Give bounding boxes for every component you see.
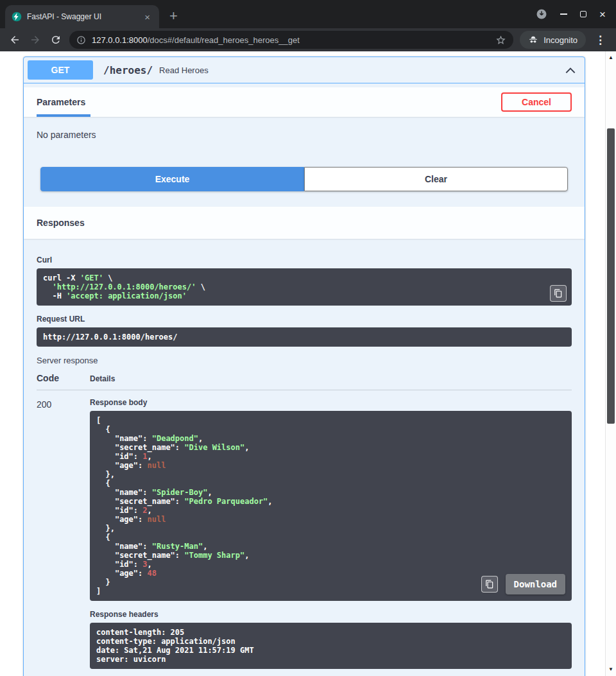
copy-curl-button[interactable] [550, 285, 567, 302]
cancel-button[interactable]: Cancel [501, 92, 572, 112]
method-badge: GET [28, 60, 93, 80]
forward-button[interactable] [28, 33, 42, 47]
response-body-actions: Download [481, 574, 565, 594]
tab-title: FastAPI - Swagger UI [27, 12, 137, 21]
parameters-header: Parameters Cancel [24, 87, 585, 117]
page-scrollbar[interactable]: ▲ ▼ [605, 51, 616, 676]
request-url-block: http://127.0.0.1:8000/heroes/ [37, 327, 572, 347]
response-headers-label: Response headers [90, 610, 572, 619]
execute-row: Execute Clear [24, 159, 585, 207]
browser-update-icon[interactable] [536, 8, 547, 20]
response-body-block: [ { "name": "Deadpond", "secret_name": "… [90, 411, 572, 601]
download-button[interactable]: Download [506, 574, 565, 594]
fastapi-favicon-icon [12, 12, 22, 22]
response-details: Response body [ { "name": "Deadpond", "s… [90, 398, 572, 669]
browser-tab[interactable]: FastAPI - Swagger UI × [5, 5, 159, 28]
code-column-header: Code [37, 373, 90, 383]
opblock-get-heroes: GET /heroes/ Read Heroes Parameters Canc… [23, 56, 585, 676]
new-tab-button[interactable]: + [169, 9, 178, 23]
maximize-button[interactable] [580, 11, 586, 17]
response-row: 200 Response body [ { "name": "Deadpond"… [37, 398, 572, 669]
scrollbar-down-arrow[interactable]: ▼ [606, 665, 616, 674]
response-headers-block: content-length: 205content-type: applica… [90, 623, 572, 669]
browser-menu-icon[interactable]: ⋮ [592, 33, 608, 47]
address-bar[interactable]: 127.0.0.1:8000/docs#/default/read_heroes… [69, 31, 513, 49]
url-text: 127.0.0.1:8000/docs#/default/read_heroes… [92, 35, 490, 45]
active-tab-underline [37, 114, 90, 117]
server-response-label: Server response [37, 356, 572, 365]
incognito-icon [528, 35, 538, 45]
endpoint-summary: Read Heroes [159, 65, 209, 75]
back-button[interactable] [8, 33, 22, 47]
collapse-chevron-icon[interactable] [564, 64, 577, 76]
responses-title: Responses [37, 218, 85, 228]
navigation-bar: 127.0.0.1:8000/docs#/default/read_heroes… [0, 28, 616, 51]
curl-command-block: curl -X 'GET' \ 'http://127.0.0.1:8000/h… [37, 268, 572, 306]
response-body-label: Response body [90, 398, 572, 407]
parameters-tab[interactable]: Parameters [37, 97, 85, 107]
tab-close-icon[interactable]: × [142, 11, 153, 23]
response-table-header: Code Details [37, 365, 572, 390]
scrollbar-up-arrow[interactable]: ▲ [606, 53, 616, 62]
clear-button[interactable]: Clear [304, 167, 568, 191]
details-column-header: Details [90, 374, 572, 383]
parameters-body: No parameters [24, 117, 585, 159]
page-info-icon[interactable] [76, 35, 86, 45]
responses-header: Responses [24, 207, 585, 239]
reload-button[interactable] [49, 33, 63, 47]
incognito-badge: Incognito [520, 31, 586, 49]
endpoint-path: /heroes/ [103, 64, 153, 76]
status-code: 200 [37, 398, 90, 669]
scrollbar-thumb[interactable] [607, 128, 615, 424]
copy-response-button[interactable] [481, 576, 498, 593]
no-parameters-text: No parameters [37, 130, 96, 140]
responses-body: Curl curl -X 'GET' \ 'http://127.0.0.1:8… [24, 239, 585, 676]
window-controls: × [536, 0, 616, 28]
browser-window: FastAPI - Swagger UI × + × 127.0.0.1: [0, 0, 616, 676]
bookmark-star-icon[interactable] [495, 35, 506, 46]
opblock-summary[interactable]: GET /heroes/ Read Heroes [24, 57, 585, 83]
swagger-content: GET /heroes/ Read Heroes Parameters Canc… [0, 51, 605, 676]
page-content: GET /heroes/ Read Heroes Parameters Canc… [0, 51, 616, 676]
url-path: /docs#/default/read_heroes_heroes__get [148, 35, 300, 45]
window-close-button[interactable]: × [599, 9, 606, 20]
execute-button[interactable]: Execute [40, 167, 304, 191]
url-host: 127.0.0.1:8000 [92, 35, 148, 45]
incognito-label: Incognito [543, 35, 578, 45]
curl-label: Curl [37, 256, 572, 264]
request-url-label: Request URL [37, 315, 572, 324]
minimize-button[interactable] [560, 13, 567, 15]
tab-bar: FastAPI - Swagger UI × + × [0, 0, 616, 28]
